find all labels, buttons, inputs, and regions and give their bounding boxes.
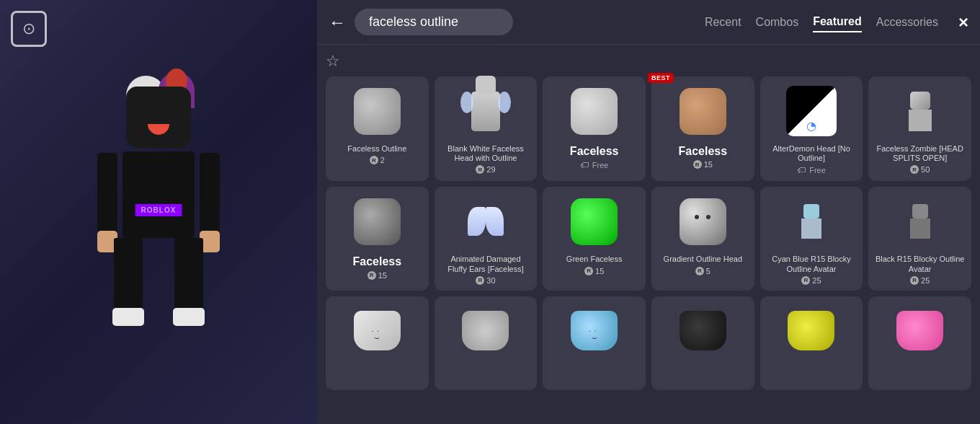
avatar-chest-text: ROBLOX [135, 204, 182, 216]
faceless-head-tan [680, 88, 726, 135]
robux-icon: R [910, 165, 919, 174]
tab-featured[interactable]: Featured [813, 12, 862, 32]
item-card-black-blocky[interactable]: Black R15 Blocky Outline Avatar R 25 [868, 187, 971, 290]
price-value: 30 [486, 276, 495, 285]
avatar-shoe-right [173, 308, 205, 326]
item-price-free: 🏷 Free [797, 165, 826, 175]
item-name: Green Faceless [566, 255, 623, 264]
item-card-gradient-outline[interactable]: Gradient Outline Head R 5 [651, 187, 754, 290]
avatar-arm-left [97, 153, 117, 232]
item-name-bold: Faceless [570, 144, 619, 158]
avatar-body: ROBLOX [122, 151, 195, 238]
price-value: 50 [921, 165, 930, 174]
faceless-head-light [571, 88, 618, 135]
blocky-avatar-dark [895, 196, 945, 247]
item-card-blank-white[interactable]: Blank White Faceless Head with Outline R… [435, 76, 538, 181]
item-card-bottom-yellow[interactable] [760, 296, 863, 390]
item-price: R 2 [370, 156, 385, 164]
best-badge: BEST [648, 73, 674, 83]
alter-demon-img [786, 86, 837, 136]
item-image [783, 82, 840, 140]
shop-panel: ← faceless outline Recent Combos Feature… [317, 0, 980, 424]
price-value: Free [809, 166, 826, 175]
avatar-shoe-left [112, 308, 144, 326]
item-image [891, 82, 949, 140]
item-name: Gradient Outline Head [664, 255, 742, 264]
item-price: R 29 [476, 165, 495, 174]
shop-grid: ☆ Faceless Outline R 2 [317, 45, 980, 424]
item-image [566, 193, 623, 250]
item-card-green-faceless[interactable]: Green Faceless R 15 [543, 187, 646, 290]
wing-right [486, 207, 504, 236]
item-price-free: 🏷 Free [580, 160, 609, 170]
avatar-leg-left [114, 238, 143, 310]
item-card-faceless-zombie[interactable]: Faceless Zombie [HEAD SPLITS OPEN] R 50 [868, 76, 971, 181]
item-card-bottom-blue[interactable] [543, 296, 646, 390]
robux-icon: R [370, 156, 378, 164]
item-image [891, 302, 949, 360]
wing-left [468, 207, 486, 236]
item-image [674, 302, 731, 360]
wing-right [498, 92, 511, 113]
item-card-fluffy-ears[interactable]: Animated Damaged Fluffy Ears [Faceless] … [435, 187, 538, 290]
item-image [457, 82, 514, 140]
item-card-bottom-dark[interactable] [651, 296, 754, 390]
price-value: Free [592, 161, 609, 169]
robux-icon: R [801, 276, 810, 285]
items-grid: Faceless Outline R 2 [326, 76, 971, 390]
price-value: 25 [812, 276, 821, 285]
nav-tabs: Recent Combos Featured Accessories [705, 12, 938, 32]
item-name: Blank White Faceless Head with Outline [440, 144, 532, 163]
back-button[interactable]: ← [329, 12, 346, 32]
item-card-best-faceless[interactable]: BEST Faceless R 15 [651, 76, 754, 181]
item-name: Black R15 Blocky Outline Avatar [874, 255, 966, 273]
tag-icon: 🏷 [580, 160, 589, 170]
item-card-bottom-textured[interactable] [435, 296, 538, 390]
item-name: Animated Damaged Fluffy Ears [Faceless] [440, 255, 532, 273]
robux-icon: R [476, 165, 484, 174]
tab-combos[interactable]: Combos [756, 13, 799, 32]
item-card-alter-demon[interactable]: AlterDemon Head [No Outline] 🏷 Free [760, 76, 863, 181]
white-round-head [354, 311, 401, 350]
tab-recent[interactable]: Recent [705, 13, 741, 32]
favorite-star-icon[interactable]: ☆ [326, 52, 340, 71]
item-price: R 15 [368, 271, 387, 280]
robux-icon: R [584, 267, 593, 275]
price-value: 15 [595, 267, 604, 275]
item-price: R 5 [695, 267, 710, 275]
avatar-figure: ROBLOX [86, 87, 231, 361]
outfit-wings [460, 92, 511, 113]
faceless-head-dark [354, 198, 401, 245]
faceless-head-green [571, 198, 618, 245]
item-card-faceless-outline[interactable]: Faceless Outline R 2 [326, 76, 429, 181]
blue-round-head [571, 311, 618, 350]
close-button[interactable]: × [958, 12, 968, 32]
item-card-faceless-free[interactable]: Faceless 🏷 Free [543, 76, 646, 181]
item-image [783, 193, 840, 250]
avatar-container: ROBLOX [0, 0, 317, 418]
tab-accessories[interactable]: Accessories [876, 13, 938, 32]
blocky-avatar [786, 196, 837, 247]
item-price: R 30 [476, 276, 495, 285]
outfit-preview [460, 86, 511, 136]
item-image [348, 302, 406, 360]
item-name-bold: Faceless [679, 144, 728, 158]
avatar-panel: ⊙ ROBLOX [0, 0, 317, 424]
robux-icon: R [476, 276, 484, 285]
wings-img [460, 196, 511, 247]
item-card-faceless-015[interactable]: Faceless R 15 [326, 187, 429, 290]
item-card-cyan-blocky[interactable]: Cyan Blue R15 Blocky Outline Avatar R 25 [760, 187, 863, 290]
blocky-head [803, 204, 819, 218]
item-name: AlterDemon Head [No Outline] [766, 144, 858, 163]
gradient-head [680, 198, 726, 245]
item-price: R 50 [910, 165, 930, 174]
avatar-arm-right [200, 153, 220, 232]
item-card-bottom-pink[interactable] [868, 296, 971, 390]
item-price: R 15 [584, 267, 604, 275]
item-card-bottom-white[interactable] [326, 296, 429, 390]
wing-left [460, 92, 473, 113]
avatar-leg-right [174, 238, 203, 310]
item-name: Faceless Outline [347, 144, 406, 154]
eye-dot-left [695, 215, 699, 219]
search-bar[interactable]: faceless outline [355, 9, 513, 35]
